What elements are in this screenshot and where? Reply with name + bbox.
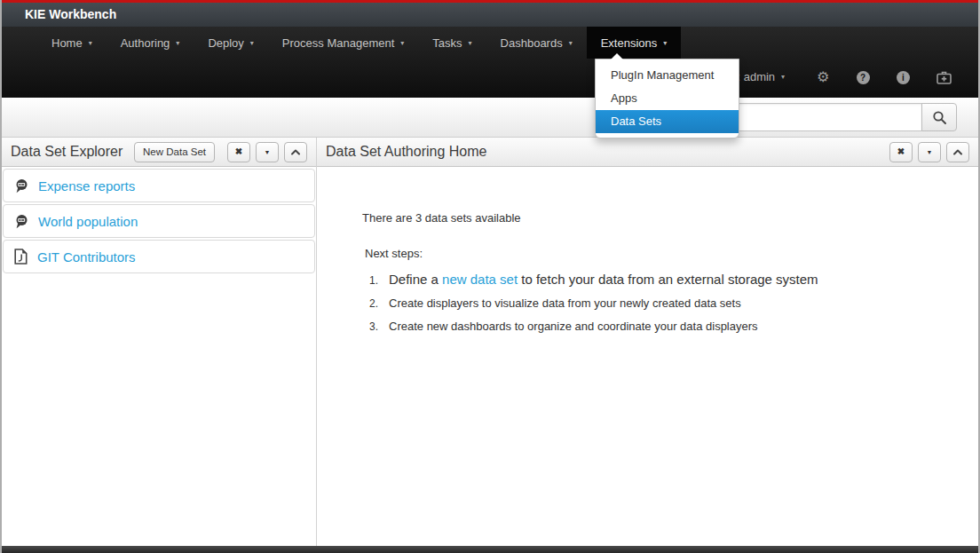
chevron-down-icon: ▾ [663,39,667,47]
chevron-down-icon: ▾ [781,73,785,81]
step-text-post: to fetch your data from an external stor… [518,272,818,287]
explorer-panel-header: Data Set Explorer New Data Set ✖ ▼ [2,138,316,167]
dataset-row-expense-reports[interactable]: Expense reports [3,169,315,202]
step-text-pre: Define a [389,272,442,287]
step-text: Create displayers to visualize data from… [389,296,741,310]
chevron-down-icon: ▼ [927,149,933,155]
app-titlebar: KIE Workbench [2,3,978,27]
extensions-dropdown-menu: PlugIn Management Apps Data Sets [595,59,739,138]
new-data-set-link[interactable]: new data set [442,272,518,287]
step-number: 3. [369,320,389,333]
step-number: 2. [369,297,389,310]
authoring-home-panel-header: Data Set Authoring Home ✖ ▼ [317,138,978,167]
main-navbar: Home ▾ Authoring ▾ Deploy ▾ Process Mana… [2,27,978,98]
app-window: KIE Workbench Home ▾ Authoring ▾ Deploy … [0,0,980,553]
chevron-down-icon: ▾ [400,39,404,47]
dataset-row-git-contributors[interactable]: GIT Contributors [3,240,315,273]
search-icon [932,110,947,125]
new-data-set-button[interactable]: New Data Set [134,142,215,162]
chevron-down-icon: ▾ [469,39,472,47]
panel-collapse-button[interactable] [284,142,307,162]
panel-close-button[interactable]: ✖ [227,142,250,162]
step-item-3: 3. Create new dashboards to organize and… [369,320,960,333]
chevron-up-icon [952,148,963,155]
panel-collapse-button[interactable] [946,142,969,162]
nav-item-process-management[interactable]: Process Management ▾ [268,27,418,59]
data-set-explorer-panel: Data Set Explorer New Data Set ✖ ▼ [2,138,317,546]
close-icon: ✖ [235,147,242,156]
nav-item-label: Deploy [208,36,243,50]
step-text: Define a new data set to fetch your data… [389,272,818,287]
help-icon[interactable]: ? [857,71,870,84]
explorer-panel-title: Data Set Explorer [11,144,129,160]
nav-item-tasks[interactable]: Tasks ▾ [418,27,486,59]
data-set-authoring-home-panel: Data Set Authoring Home ✖ ▼ There are 3 [317,138,978,546]
dataset-link[interactable]: World population [38,214,138,229]
chevron-down-icon: ▾ [176,39,179,47]
step-number: 1. [369,274,389,287]
nav-item-deploy[interactable]: Deploy ▾ [194,27,267,59]
nav-item-home[interactable]: Home ▾ [37,27,107,59]
bean-dataset-icon [14,214,28,229]
menu-item-plugin-management[interactable]: PlugIn Management [596,64,739,87]
nav-item-extensions[interactable]: Extensions ▾ [587,27,682,59]
chevron-down-icon: ▾ [569,39,573,47]
panel-close-button[interactable]: ✖ [889,142,913,162]
bean-dataset-icon [14,178,28,194]
dataset-link[interactable]: Expense reports [38,178,135,194]
settings-gear-icon[interactable]: ⚙ [817,70,829,84]
chevron-up-icon [290,148,301,155]
menu-item-data-sets[interactable]: Data Sets [596,110,739,133]
brand-title: KIE Workbench [25,7,116,21]
nav-item-label: Tasks [432,36,462,50]
info-icon[interactable]: i [897,71,910,84]
next-steps-label: Next steps: [365,247,960,260]
window-bottom-edge [2,546,978,553]
panel-menu-button[interactable]: ▼ [918,142,941,162]
next-steps-list: 1. Define a new data set to fetch your d… [369,272,960,333]
nav-item-authoring[interactable]: Authoring ▾ [107,27,194,59]
search-strip [2,98,978,138]
nav-item-label: Authoring [121,36,170,50]
close-icon: ✖ [897,147,905,156]
chevron-down-icon: ▼ [265,149,271,155]
menu-item-apps[interactable]: Apps [596,87,739,110]
nav-item-label: Dashboards [501,36,563,50]
dataset-list: Expense reports World population [2,167,316,277]
dataset-link[interactable]: GIT Contributors [37,249,136,265]
dataset-row-world-population[interactable]: World population [3,204,315,238]
panel-menu-button[interactable]: ▼ [256,142,279,162]
nav-item-label: Extensions [601,36,658,50]
nav-item-dashboards[interactable]: Dashboards ▾ [486,27,587,59]
available-datasets-text: There are 3 data sets available [362,211,960,225]
chevron-down-icon: ▾ [250,39,254,47]
workspace: Data Set Explorer New Data Set ✖ ▼ [2,138,978,546]
search-button[interactable] [921,103,957,131]
nav-item-label: Home [51,36,83,50]
chevron-down-icon: ▾ [89,39,92,47]
medkit-icon[interactable] [937,71,952,84]
authoring-home-panel-title: Data Set Authoring Home [326,144,884,160]
nav-menu: Home ▾ Authoring ▾ Deploy ▾ Process Mana… [37,27,681,59]
navbar-icon-group: ⚙ ? i [817,67,952,87]
nav-item-label: Process Management [282,36,394,50]
step-item-2: 2. Create displayers to visualize data f… [369,296,960,310]
step-text: Create new dashboards to organize and co… [389,320,758,333]
file-dataset-icon [14,249,28,265]
authoring-home-content: There are 3 data sets available Next ste… [317,167,978,343]
step-item-1: 1. Define a new data set to fetch your d… [369,272,960,287]
